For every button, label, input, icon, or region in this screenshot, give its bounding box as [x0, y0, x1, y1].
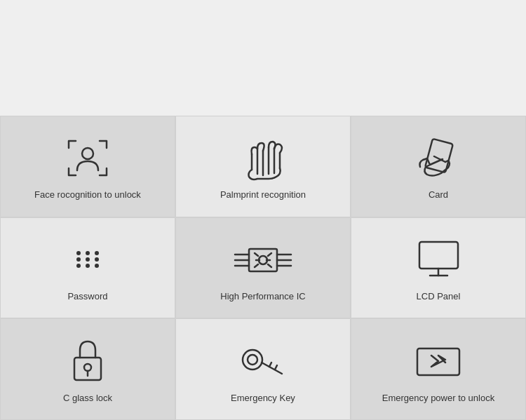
- svg-point-9: [95, 251, 99, 255]
- svg-point-11: [86, 257, 90, 262]
- svg-point-10: [76, 257, 81, 262]
- svg-line-34: [275, 365, 277, 370]
- lcd-label: LCD Panel: [417, 291, 461, 303]
- emergency-power-label: Emergency power to unlock: [382, 393, 494, 405]
- feature-grid: Face rocognition to unlock Palmprint rec…: [0, 116, 526, 420]
- lcd-cell[interactable]: LCD Panel: [351, 217, 526, 319]
- svg-rect-24: [419, 242, 458, 269]
- svg-line-32: [262, 363, 282, 374]
- face-recognition-cell[interactable]: Face rocognition to unlock: [0, 116, 175, 217]
- password-label: Password: [67, 291, 107, 303]
- key-icon: [238, 337, 288, 386]
- svg-point-15: [95, 264, 99, 268]
- palmprint-label: Palmprint recognition: [220, 189, 306, 201]
- svg-point-12: [95, 257, 99, 262]
- top-area: [0, 0, 526, 116]
- svg-point-7: [76, 251, 81, 255]
- svg-line-33: [269, 363, 271, 367]
- card-icon: [414, 133, 463, 182]
- password-cell[interactable]: Password: [0, 217, 175, 319]
- power-icon: [414, 337, 463, 386]
- face-recognition-label: Face rocognition to unlock: [34, 189, 141, 201]
- emergency-power-cell[interactable]: Emergency power to unlock: [351, 318, 526, 420]
- lock-icon: [63, 337, 112, 386]
- face-recognition-icon: [63, 133, 112, 182]
- card-label: Card: [429, 189, 448, 201]
- svg-point-30: [243, 350, 262, 370]
- card-cell[interactable]: Card: [351, 116, 526, 217]
- svg-point-14: [86, 264, 90, 268]
- emergency-key-label: Emergency Key: [231, 393, 295, 405]
- emergency-key-cell[interactable]: Emergency Key: [175, 318, 351, 420]
- svg-point-13: [76, 264, 81, 268]
- svg-point-28: [84, 364, 91, 371]
- ic-cell[interactable]: High Performance IC: [175, 217, 351, 319]
- palmprint-icon: [238, 133, 288, 182]
- svg-point-8: [86, 251, 90, 255]
- ic-icon: [238, 235, 288, 284]
- ic-label: High Performance IC: [220, 291, 305, 303]
- palmprint-cell[interactable]: Palmprint recognition: [175, 116, 351, 217]
- password-icon: [63, 235, 112, 284]
- svg-rect-16: [249, 249, 277, 271]
- lock-cell[interactable]: C glass lock: [0, 318, 175, 420]
- lcd-icon: [414, 235, 463, 284]
- svg-point-0: [82, 148, 93, 159]
- svg-point-31: [248, 355, 257, 365]
- lock-label: C glass lock: [63, 393, 112, 405]
